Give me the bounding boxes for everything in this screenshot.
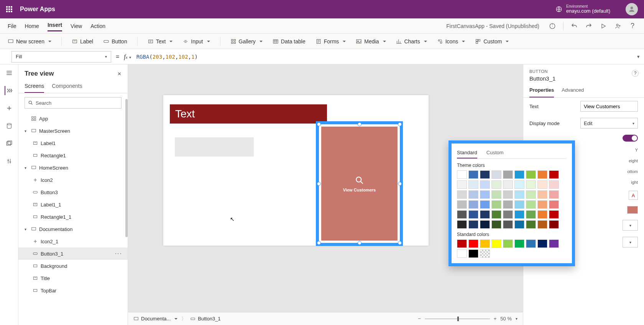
menu-insert[interactable]: Insert [48,20,62,31]
zoom-slider[interactable] [425,318,490,319]
menu-action[interactable]: Action [90,21,105,31]
color-swatch[interactable] [480,190,490,199]
color-swatch[interactable] [457,220,467,229]
color-swatch[interactable] [537,220,547,229]
color-swatch[interactable] [514,220,524,229]
picker-tab-standard[interactable]: Standard [457,147,477,158]
color-swatch[interactable] [537,210,547,219]
play-icon[interactable] [600,22,607,30]
formula-input[interactable]: RGBA(203, 102, 102, 1) [133,51,632,63]
color-swatch[interactable] [549,210,559,219]
tree-node[interactable]: Background [18,260,128,272]
prop-mode-dropdown[interactable]: Edit▾ [580,118,638,129]
color-swatch[interactable] [491,190,501,199]
more-icon[interactable]: ··· [115,250,122,257]
color-swatch[interactable] [514,239,524,248]
resize-handle[interactable] [358,241,361,245]
rail-media-icon[interactable] [5,139,14,148]
label-button[interactable]: Label [72,38,93,45]
color-swatch[interactable] [549,170,559,179]
color-swatch[interactable] [503,220,513,229]
rail-treeview-icon[interactable] [5,86,14,95]
color-swatch[interactable] [537,239,547,248]
font-color-icon[interactable]: A [629,191,638,200]
help-icon[interactable]: ? [629,22,636,30]
color-swatch[interactable] [468,210,478,219]
color-swatch[interactable] [526,180,536,189]
search-input[interactable]: Search [25,97,122,109]
resize-handle[interactable] [398,241,402,245]
tree-node[interactable]: Label1 [18,137,128,149]
resize-handle[interactable] [398,182,402,186]
tree-node[interactable]: App [18,112,128,125]
color-swatch[interactable] [491,180,501,189]
color-swatch[interactable] [468,170,478,179]
color-swatch[interactable] [491,220,501,229]
color-swatch[interactable] [526,239,536,248]
resize-handle[interactable] [317,122,321,126]
media-dropdown[interactable]: Media [356,38,386,45]
prop-dropdown[interactable]: ▾ [623,220,638,231]
tree-node[interactable]: ▾Documentation [18,223,128,235]
color-swatch[interactable] [468,249,478,258]
rail-data-icon[interactable] [5,121,14,130]
color-swatch[interactable] [480,200,490,209]
resize-handle[interactable] [398,122,402,126]
resize-handle[interactable] [358,122,361,126]
datatable-button[interactable]: Data table [273,38,306,45]
button-button[interactable]: Button [103,38,127,45]
menu-view[interactable]: View [71,21,82,31]
color-swatch[interactable] [491,239,501,248]
color-swatch[interactable] [468,180,478,189]
tab-advanced[interactable]: Advanced [562,83,584,97]
color-swatch[interactable] [468,190,478,199]
resize-handle[interactable] [317,182,321,186]
color-swatch[interactable] [480,220,490,229]
grey-placeholder[interactable] [175,137,254,157]
zoom-control[interactable]: − + 50 % ▾ [418,316,518,322]
color-swatch[interactable] [503,190,513,199]
color-swatch[interactable] [549,220,559,229]
tree-node[interactable]: Rectangle1 [18,149,128,162]
rail-insert-icon[interactable] [5,104,14,113]
tree-node[interactable]: Button3_1··· [18,247,128,260]
selected-button[interactable]: View Customers [316,121,403,246]
tree-node[interactable]: Rectangle1_1 [18,211,128,223]
text-dropdown[interactable]: Text [148,38,173,45]
color-swatch[interactable] [491,200,501,209]
color-swatch[interactable] [526,210,536,219]
color-swatch[interactable] [514,190,524,199]
color-swatch[interactable] [549,239,559,248]
tree-node[interactable]: Title [18,272,128,284]
banner-label[interactable]: Text [170,104,327,124]
tree-node[interactable]: Label1_1 [18,198,128,211]
expand-formula-icon[interactable]: ▾ [632,54,644,59]
color-swatch[interactable] [457,210,467,219]
color-swatch[interactable] [480,249,490,258]
picker-tab-custom[interactable]: Custom [486,147,504,158]
icons-dropdown[interactable]: Icons [437,38,465,45]
color-swatch[interactable] [549,200,559,209]
property-dropdown[interactable]: Fill ▾ [12,51,111,63]
custom-dropdown[interactable]: Custom [475,38,509,45]
tab-screens[interactable]: Screens [25,80,44,93]
color-swatch[interactable] [514,180,524,189]
tree-node[interactable]: Button3 [18,186,128,198]
color-swatch[interactable] [457,249,467,258]
fill-swatch[interactable] [627,206,638,214]
color-swatch[interactable] [526,190,536,199]
color-swatch[interactable] [503,239,513,248]
color-swatch[interactable] [480,210,490,219]
tab-properties[interactable]: Properties [529,83,554,97]
redo-icon[interactable] [585,22,593,30]
color-swatch[interactable] [457,170,467,179]
zoom-out-icon[interactable]: − [418,316,421,322]
charts-dropdown[interactable]: Charts [396,38,427,45]
color-swatch[interactable] [503,170,513,179]
zoom-in-icon[interactable]: + [494,316,497,322]
menu-file[interactable]: File [8,21,16,31]
user-avatar[interactable] [626,3,638,15]
prop-text-input[interactable] [580,101,638,112]
tree-node[interactable]: ▾HomeScreen [18,162,128,174]
color-swatch[interactable] [468,220,478,229]
